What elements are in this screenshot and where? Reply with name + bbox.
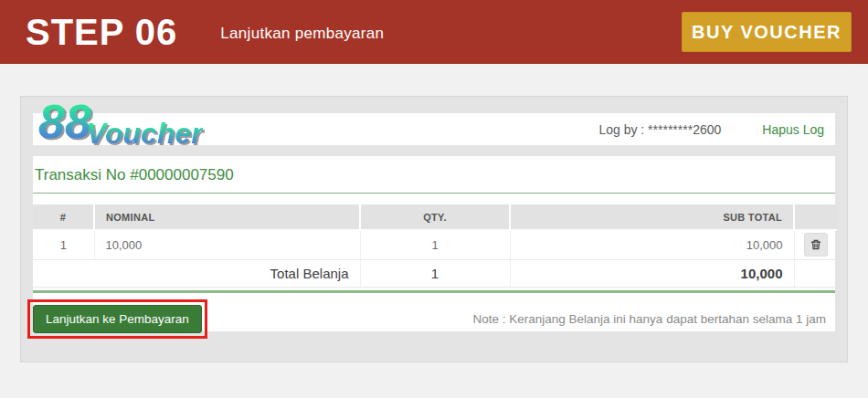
transaction-number: Transaksi No #00000007590 xyxy=(33,156,835,194)
log-by-text: Log by : *********2600 xyxy=(598,122,721,137)
lanjutkan-pembayaran-button[interactable]: Lanjutkan ke Pembayaran xyxy=(33,305,202,333)
cell-no: 1 xyxy=(33,230,94,259)
cart-table: # NOMINAL QTY. SUB TOTAL 1 10,000 1 10,0… xyxy=(33,204,837,288)
total-subtotal: 10,000 xyxy=(510,259,794,287)
card-header: 88 Voucher Log by : *********2600 Hapus … xyxy=(33,113,835,145)
col-header-nominal: NOMINAL xyxy=(94,204,360,230)
trash-icon xyxy=(810,238,822,251)
cell-nominal: 10,000 xyxy=(94,230,360,259)
88voucher-logo: 88 Voucher xyxy=(38,103,203,141)
total-row: Total Belanja 1 10,000 xyxy=(33,259,837,287)
card-footer: Lanjutkan ke Pembayaran Note : Keranjang… xyxy=(33,293,835,339)
hapus-log-link[interactable]: Hapus Log xyxy=(762,122,824,137)
voucher-card: 88 Voucher Log by : *********2600 Hapus … xyxy=(20,96,848,362)
step-banner: STEP 06 Lanjutkan pembayaran BUY VOUCHER xyxy=(0,0,868,64)
cell-subtotal: 10,000 xyxy=(510,230,794,259)
step-subtitle: Lanjutkan pembayaran xyxy=(220,25,384,43)
cell-action xyxy=(794,230,837,259)
col-header-action xyxy=(794,204,837,230)
total-qty: 1 xyxy=(360,259,510,287)
logo-voucher-text: Voucher xyxy=(87,122,203,146)
step-title: STEP 06 xyxy=(26,12,177,53)
cell-qty: 1 xyxy=(360,230,510,259)
logo-88-text: 88 xyxy=(38,103,91,141)
annotation-highlight-box: Lanjutkan ke Pembayaran xyxy=(27,299,207,339)
card-body: Transaksi No #00000007590 # NOMINAL QTY.… xyxy=(33,156,835,331)
screen: STEP 06 Lanjutkan pembayaran BUY VOUCHER… xyxy=(0,0,868,398)
buy-voucher-button[interactable]: BUY VOUCHER xyxy=(682,12,852,52)
col-header-qty: QTY. xyxy=(360,204,510,230)
delete-item-button[interactable] xyxy=(804,233,828,257)
total-label: Total Belanja xyxy=(33,259,360,287)
table-header-row: # NOMINAL QTY. SUB TOTAL xyxy=(33,204,837,230)
col-header-subtotal: SUB TOTAL xyxy=(510,204,794,230)
table-row: 1 10,000 1 10,000 xyxy=(33,230,837,259)
col-header-no: # xyxy=(33,204,94,230)
cart-expiry-note: Note : Keranjang Belanja ini hanya dapat… xyxy=(472,312,826,326)
